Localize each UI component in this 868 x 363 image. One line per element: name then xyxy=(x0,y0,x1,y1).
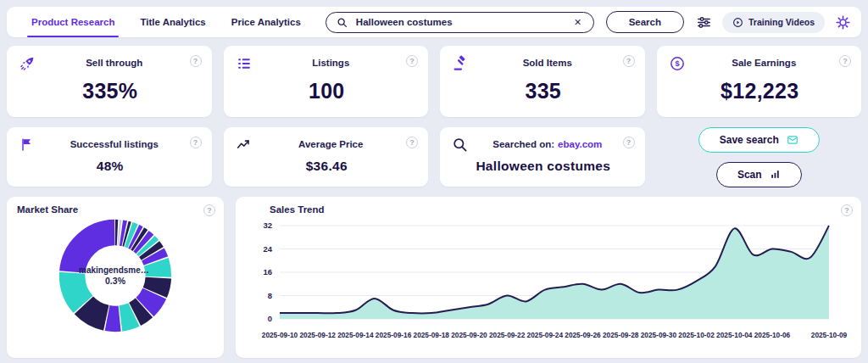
stat-value: 48% xyxy=(19,153,202,180)
training-videos-label: Training Videos xyxy=(748,17,815,27)
svg-text:$: $ xyxy=(675,59,679,68)
search-input[interactable] xyxy=(354,16,566,28)
rocket-icon xyxy=(19,55,39,72)
stat-card-average-price: Average Price ? $36.46 xyxy=(224,127,429,187)
tab-price-analytics[interactable]: Price Analytics xyxy=(219,7,314,37)
training-videos-button[interactable]: Training Videos xyxy=(722,12,825,33)
svg-text:2025-09-22: 2025-09-22 xyxy=(489,331,526,339)
scan-button[interactable]: Scan xyxy=(716,162,802,187)
svg-text:2025-09-18: 2025-09-18 xyxy=(414,331,450,339)
help-icon[interactable]: ? xyxy=(839,55,851,67)
stat-card-sale-earnings: $ Sale Earnings ? $12,223 xyxy=(657,46,862,117)
save-search-label: Save search xyxy=(720,134,779,146)
tab-product-research[interactable]: Product Research xyxy=(19,7,127,37)
ebay-link[interactable]: ebay.com xyxy=(558,139,602,149)
tab-label: Price Analytics xyxy=(231,17,301,27)
svg-text:24: 24 xyxy=(263,244,272,254)
settings-gear-icon[interactable] xyxy=(835,14,851,31)
stat-value: 335 xyxy=(452,72,635,110)
help-icon[interactable]: ? xyxy=(203,204,215,216)
svg-text:2025-10-04: 2025-10-04 xyxy=(716,331,753,339)
searched-keyword: Halloween costumes xyxy=(452,153,635,180)
top-navbar: Product Research Title Analytics Price A… xyxy=(7,7,861,37)
svg-text:2025-09-26: 2025-09-26 xyxy=(565,331,601,339)
trend-icon xyxy=(236,137,256,153)
nav-tabs: Product Research Title Analytics Price A… xyxy=(19,7,314,37)
tab-label: Title Analytics xyxy=(140,17,205,27)
help-icon[interactable]: ? xyxy=(190,137,202,148)
stat-value: 100 xyxy=(236,72,419,110)
stat-value: 335% xyxy=(19,72,202,110)
svg-text:2025-09-30: 2025-09-30 xyxy=(641,331,677,339)
stat-title: Average Price xyxy=(256,137,407,149)
svg-text:16: 16 xyxy=(263,267,272,276)
gavel-icon xyxy=(452,55,472,72)
save-search-icon xyxy=(787,134,798,146)
svg-text:2025-09-12: 2025-09-12 xyxy=(299,331,336,339)
list-icon xyxy=(236,55,256,72)
market-share-donut: makingendsmeet... 0.3% xyxy=(56,216,175,335)
filters-icon[interactable] xyxy=(696,14,712,31)
svg-text:0: 0 xyxy=(268,314,272,323)
stat-value: $12,223 xyxy=(669,72,852,110)
scan-bars-icon xyxy=(770,169,781,180)
market-share-title: Market Share xyxy=(17,204,214,215)
market-share-chart[interactable] xyxy=(56,216,175,335)
svg-text:2025-09-28: 2025-09-28 xyxy=(603,331,639,339)
stat-value: $36.46 xyxy=(236,153,419,180)
stat-card-sell-through: Sell through ? 335% xyxy=(7,46,212,117)
svg-text:2025-10-02: 2025-10-02 xyxy=(678,331,715,339)
sales-trend-title: Sales Trend xyxy=(270,204,851,215)
magnifier-icon xyxy=(452,137,472,153)
sales-trend-chart[interactable]: 081624322025-09-102025-09-122025-09-1420… xyxy=(246,217,851,344)
stat-card-successful-listings: Successful listings ? 48% xyxy=(7,127,212,187)
save-search-button[interactable]: Save search xyxy=(698,127,820,153)
play-icon xyxy=(732,17,743,28)
stat-title: Sale Earnings xyxy=(689,55,840,68)
navbar-right: Training Videos xyxy=(696,12,851,33)
svg-text:32: 32 xyxy=(263,221,272,230)
stat-card-listings: Listings ? 100 xyxy=(224,46,429,117)
stat-title: Successful listings xyxy=(39,137,190,149)
help-icon[interactable]: ? xyxy=(406,55,418,67)
market-share-panel: Market Share ? makingendsmeet... 0.3% xyxy=(7,197,224,358)
search-icon xyxy=(337,17,348,28)
flag-icon xyxy=(19,137,39,153)
stat-title: Sell through xyxy=(39,55,190,68)
clear-search-icon[interactable]: × xyxy=(572,16,582,28)
stat-title: Searched on:ebay.com xyxy=(472,137,623,149)
help-icon[interactable]: ? xyxy=(841,204,853,216)
help-icon[interactable]: ? xyxy=(623,55,635,67)
stat-card-searched-on: Searched on:ebay.com ? Halloween costume… xyxy=(440,127,645,187)
svg-text:2025-09-14: 2025-09-14 xyxy=(337,331,374,339)
help-icon[interactable]: ? xyxy=(190,55,202,67)
dollar-icon: $ xyxy=(669,55,689,72)
svg-text:2025-09-20: 2025-09-20 xyxy=(451,331,487,339)
search-button[interactable]: Search xyxy=(606,11,684,33)
help-icon[interactable]: ? xyxy=(406,137,418,148)
actions-panel: Save search Scan xyxy=(657,127,862,187)
tab-label: Product Research xyxy=(31,17,114,27)
stat-card-sold-items: Sold Items ? 335 xyxy=(440,46,645,117)
svg-text:2025-09-24: 2025-09-24 xyxy=(527,331,564,339)
svg-text:2025-10-06: 2025-10-06 xyxy=(754,331,791,339)
stat-title: Listings xyxy=(256,55,407,68)
svg-text:2025-09-16: 2025-09-16 xyxy=(376,331,412,339)
stats-grid: Sell through ? 335% Listings ? 100 Sold … xyxy=(7,46,861,187)
tab-title-analytics[interactable]: Title Analytics xyxy=(127,7,218,37)
svg-text:2025-10-09: 2025-10-09 xyxy=(811,331,848,339)
searched-on-label: Searched on: xyxy=(492,139,554,149)
scan-label: Scan xyxy=(737,169,762,181)
svg-text:8: 8 xyxy=(268,291,272,300)
bottom-section: Market Share ? makingendsmeet... 0.3% Sa… xyxy=(7,197,861,358)
search-box[interactable]: × xyxy=(326,12,594,33)
help-icon[interactable]: ? xyxy=(623,137,635,148)
stat-title: Sold Items xyxy=(472,55,623,68)
sales-trend-panel: Sales Trend ? 081624322025-09-102025-09-… xyxy=(236,197,861,358)
svg-text:2025-09-10: 2025-09-10 xyxy=(262,331,298,339)
